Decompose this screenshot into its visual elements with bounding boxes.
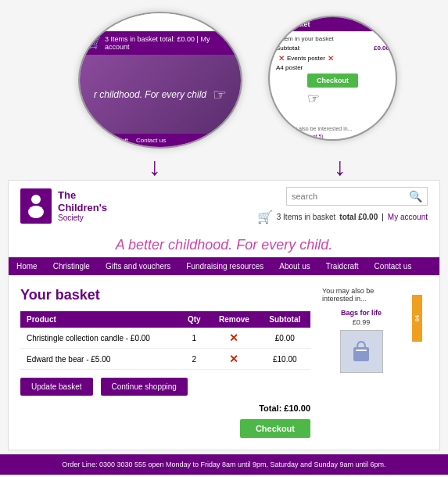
mag-toolbar: 🛒 3 Items in basket total: £0.00 | My ac…	[80, 31, 241, 55]
search-input[interactable]	[292, 192, 409, 201]
update-basket-button[interactable]: Update basket	[20, 378, 93, 396]
sidebar: You may also be interested in... Bags fo…	[322, 287, 400, 438]
mag-nav-item-3: Contact us	[136, 137, 166, 144]
cursor-pointer-icon: ☞	[213, 85, 227, 104]
col-header-subtotal: Subtotal	[260, 311, 310, 328]
product-name-2: Edward the bear - £5.00	[20, 349, 179, 370]
mag-item-2-name: A4 poster	[276, 64, 303, 71]
basket-count-text: 3 Items in basket	[277, 213, 336, 221]
nav-gifts[interactable]: Gifts and vouchers	[98, 257, 178, 275]
mag-basket-text: 3 Items in basket total: £0.00 | My acco…	[105, 35, 233, 51]
mag-checkout-button[interactable]: Checkout	[307, 74, 358, 88]
nav-about[interactable]: About us	[271, 257, 317, 275]
mag-remove-icon-2: ✕	[328, 54, 334, 63]
mag-basket-body: 1 item in your basket Subtotal: £0.00 ✕ …	[270, 31, 396, 124]
nav-home[interactable]: Home	[9, 257, 45, 275]
footer-text: Order Line: 0300 3030 555 open Monday to…	[62, 461, 385, 468]
mag-nav-item-2: Traidcraft	[102, 137, 128, 144]
mag-basket-subtotal: Subtotal: £0.00	[276, 45, 389, 52]
basket-actions: Update basket Continue shopping	[20, 378, 310, 396]
mag-cursor-icon: ☞	[307, 91, 320, 106]
mag-basket-header: My basket	[270, 17, 396, 31]
mag-search-placeholder: Search	[88, 17, 233, 27]
col-header-qty: Qty	[179, 311, 209, 328]
mag-basket-icon: 🛒	[88, 37, 101, 49]
total-row: Total: £10.00	[20, 403, 310, 413]
basket-table: Product Qty Remove Subtotal Christingle …	[20, 311, 310, 370]
mag-hero-text: r childhood. For every child	[94, 89, 206, 100]
table-row: Edward the bear - £5.00 2 ✕ £10.00	[20, 349, 310, 370]
logo-text-line1: The	[58, 189, 107, 202]
mag-subtotal-label: Subtotal:	[276, 45, 301, 52]
bag-icon-svg	[349, 338, 373, 365]
mag-item-1-name: Events poster	[287, 55, 325, 62]
logo-text-line3: Society	[58, 213, 107, 222]
side-tab[interactable]: 04	[412, 295, 422, 342]
content-area: Your basket Product Qty Remove Subtotal …	[9, 275, 439, 450]
mag-basket-item-2: A4 poster	[276, 64, 389, 71]
mag-basket-sub-header: 1 item in your basket	[276, 35, 389, 42]
remove-2[interactable]: ✕	[209, 349, 259, 370]
remove-x-icon-2[interactable]: ✕	[229, 353, 238, 365]
svg-rect-3	[356, 350, 367, 351]
arrow-right: ↓	[334, 152, 346, 181]
logo-text-block: The Children's Society	[58, 189, 107, 222]
website-section: The Children's Society 🔍 🛒 3 Items in ba…	[8, 180, 440, 450]
mag-basket-item-1: ✕ Events poster ✕	[276, 54, 389, 63]
svg-point-1	[28, 206, 44, 218]
mag-subtotal-value: £0.00	[374, 45, 389, 52]
subtotal-2: £10.00	[260, 349, 310, 370]
svg-point-0	[31, 195, 41, 204]
basket-cart-icon: 🛒	[257, 210, 273, 224]
magnified-area: Search 🛒 3 Items in basket total: £0.00 …	[0, 0, 448, 168]
mag-product-link[interactable]: Stickers (Pack of 5)	[270, 134, 396, 139]
children-society-logo-svg	[25, 193, 47, 218]
basket-separator: |	[382, 213, 384, 221]
footer-top: Order Line: 0300 3030 555 open Monday to…	[0, 454, 448, 475]
side-tab-container: 04	[412, 287, 428, 438]
nav-contact[interactable]: Contact us	[367, 257, 420, 275]
arrows-container: ↓ ↓	[0, 152, 448, 176]
mag-search-bar: Search	[80, 13, 241, 31]
footer-order-line: Order Line: 0300 3030 555 open Monday to…	[12, 461, 436, 468]
col-header-product: Product	[20, 311, 179, 328]
continue-shopping-button[interactable]: Continue shopping	[101, 378, 188, 396]
svg-rect-2	[353, 347, 369, 361]
checkout-button[interactable]: Checkout	[240, 419, 310, 438]
basket-total-text: total £0.00	[339, 213, 378, 221]
magnify-basket-circle: My basket 1 item in your basket Subtotal…	[268, 16, 397, 141]
remove-1[interactable]: ✕	[209, 328, 259, 349]
nav-christingle[interactable]: Christingle	[45, 257, 98, 275]
arrow-left: ↓	[149, 152, 161, 181]
mag-basket-title: My basket	[276, 20, 310, 28]
basket-info: 🛒 3 Items in basket total £0.00 | My acc…	[257, 210, 428, 224]
main-content: Your basket Product Qty Remove Subtotal …	[20, 287, 310, 438]
logo-icon	[20, 188, 52, 224]
logo-text-line2: Children's	[58, 202, 107, 214]
qty-2: 2	[179, 349, 209, 370]
header-right: 🔍 🛒 3 Items in basket total £0.00 | My a…	[257, 187, 428, 224]
mag-nav: us Traidcraft Contact us	[80, 134, 241, 147]
search-icon: 🔍	[409, 190, 422, 203]
sidebar-product: Bags for life £0.99	[322, 309, 400, 373]
mag-hero: r childhood. For every child ☞	[80, 55, 241, 134]
main-nav: Home Christingle Gifts and vouchers Fund…	[9, 257, 439, 275]
nav-fundraising[interactable]: Fundraising resources	[178, 257, 271, 275]
product-name-1: Christingle collection candle - £0.00	[20, 328, 179, 349]
sidebar-product-name[interactable]: Bags for life	[341, 309, 382, 317]
my-account-link[interactable]: My account	[388, 213, 428, 221]
col-header-remove: Remove	[209, 311, 259, 328]
mag-interested-text: You may also be interested in...	[270, 124, 396, 134]
qty-1: 1	[179, 328, 209, 349]
magnify-search-circle: Search 🛒 3 Items in basket total: £0.00 …	[78, 12, 242, 149]
subtotal-1: £0.00	[260, 328, 310, 349]
table-row: Christingle collection candle - £0.00 1 …	[20, 328, 310, 349]
sidebar-product-price: £0.99	[353, 318, 371, 326]
sidebar-title: You may also be interested in...	[322, 287, 400, 303]
remove-x-icon-1[interactable]: ✕	[229, 332, 238, 344]
nav-traidcraft[interactable]: Traidcraft	[318, 257, 367, 275]
search-bar[interactable]: 🔍	[286, 187, 428, 206]
mag-nav-item-1: us	[88, 137, 94, 144]
logo-area: The Children's Society	[20, 188, 107, 224]
site-header: The Children's Society 🔍 🛒 3 Items in ba…	[9, 181, 439, 231]
